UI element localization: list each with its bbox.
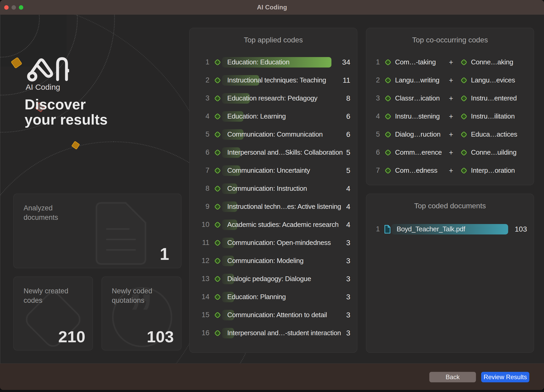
rank-label: 3	[199, 94, 209, 102]
code-diamond-icon	[213, 76, 222, 85]
close-window-button[interactable]	[4, 5, 9, 10]
newly-coded-quotations-card: ” Newly coded quotations 103	[102, 277, 181, 350]
code-diamond-icon	[213, 329, 222, 338]
code-count: 3	[336, 275, 350, 283]
applied-code-row: 15 Communication: Attention to detail 3	[190, 306, 357, 324]
rank-label: 5	[199, 130, 209, 138]
panel-title: Top coded documents	[366, 194, 534, 211]
code-bar-track: Communication: Communication	[225, 125, 331, 143]
code-diamond-icon	[384, 148, 392, 157]
rank-label: 2	[199, 76, 209, 84]
review-results-button[interactable]: Review Results	[481, 372, 529, 382]
code-bar-track: Communication: Attention to detail	[225, 306, 331, 324]
applied-code-row: 3 Education research: Pedagogy 8	[190, 89, 357, 107]
title-bar: AI Coding	[0, 0, 544, 15]
cooccurring-code-row: 4 Instru…stening + Instru…ilitation	[366, 107, 534, 125]
top-cooccurring-codes-panel: Top co-occurring codes 1 Com…-taking + C…	[366, 28, 534, 185]
code-count: 6	[336, 112, 350, 121]
dotted-arc-decoration	[0, 15, 40, 58]
rank-label: 14	[199, 293, 209, 301]
code-label: Communication: Instruction	[225, 184, 307, 193]
ai-coding-logo	[25, 54, 69, 82]
rank-label: 1	[373, 225, 380, 233]
code-diamond-icon	[459, 58, 468, 67]
top-applied-codes-panel: Top applied codes 1 Education: Education…	[189, 28, 357, 353]
cooccurring-code-left-label: Instru…stening	[395, 112, 446, 120]
ai-coding-window: AI Coding AI Coding Discover your result…	[0, 0, 544, 390]
cooccurring-code-left-label: Com…-taking	[395, 58, 446, 66]
code-label: Education: Learning	[225, 112, 286, 120]
code-diamond-icon	[384, 58, 392, 67]
code-label: Communication: Uncertainty	[225, 166, 310, 175]
code-bar-track: Instructional techn…es: Active listening	[225, 198, 331, 216]
code-diamond-icon	[384, 166, 392, 175]
code-diamond-icon	[213, 202, 222, 211]
code-bar-track: Education: Planning	[225, 288, 331, 306]
code-diamond-icon	[459, 112, 468, 121]
code-count: 3	[336, 239, 350, 247]
rank-label: 9	[199, 203, 209, 211]
applied-code-row: 1 Education: Education 34	[190, 53, 357, 71]
cooccurring-code-right-label: Educa…actices	[471, 130, 526, 138]
code-bar-track: Dialogic pedagogy: Dialogue	[225, 270, 331, 288]
top-coded-documents-panel: Top coded documents 1 Boyd_Teacher_Talk.…	[366, 194, 534, 353]
code-label: Interpersonal and…Skills: Collaboration	[225, 148, 343, 156]
code-diamond-icon	[384, 94, 392, 103]
rank-label: 7	[199, 166, 209, 175]
cooccurring-code-row: 2 Langu…writing + Langu…evices	[366, 71, 534, 89]
rank-label: 6	[199, 148, 209, 156]
cooccurring-code-left-label: Comm…erence	[395, 148, 446, 156]
cooccurring-code-row: 7 Com…edness + Interp…oration	[366, 161, 534, 180]
code-bar-track: Communication: Uncertainty	[225, 161, 331, 180]
code-diamond-icon	[213, 293, 222, 301]
rank-label: 10	[199, 221, 209, 229]
document-bar-track: Boyd_Teacher_Talk.pdf	[394, 220, 508, 238]
code-bar-track: Instructional techniques: Teaching	[225, 71, 331, 89]
cooccurring-code-left-label: Classr…ication	[395, 94, 446, 102]
cooccurring-code-right-label: Instru…entered	[471, 94, 526, 102]
applied-code-row: 13 Dialogic pedagogy: Dialogue 3	[190, 270, 357, 288]
code-diamond-icon	[384, 76, 392, 85]
orange-diamond-decoration	[11, 57, 23, 69]
plus-separator: +	[446, 76, 456, 85]
code-count: 3	[336, 311, 350, 319]
rank-label: 5	[373, 130, 380, 138]
code-bar-track: Interpersonal and…Skills: Collaboration	[225, 143, 331, 161]
code-diamond-icon	[384, 130, 392, 139]
rank-label: 6	[373, 148, 380, 156]
applied-code-row: 6 Interpersonal and…Skills: Collaboratio…	[190, 143, 357, 161]
minimize-window-button[interactable]	[12, 5, 16, 10]
headline: Discover your results	[25, 97, 108, 127]
analyzed-documents-card: Analyzed documents 1	[13, 194, 181, 268]
code-bar-track: Academic studies: Academic research	[225, 216, 331, 234]
rank-label: 13	[199, 275, 209, 283]
plus-separator: +	[446, 58, 456, 66]
back-button[interactable]: Back	[429, 372, 476, 382]
code-diamond-icon	[213, 184, 222, 193]
code-diamond-icon	[213, 130, 222, 139]
main-content: AI Coding Discover your results Analyzed…	[0, 15, 544, 364]
rank-label: 3	[373, 94, 380, 102]
headline-line-2: your results	[25, 112, 108, 127]
code-diamond-icon	[213, 112, 222, 121]
code-label: Communication: Attention to detail	[225, 311, 327, 319]
applied-code-row: 5 Communication: Communication 6	[190, 125, 357, 143]
plus-separator: +	[446, 94, 456, 103]
plus-separator: +	[446, 166, 456, 175]
stat-label: Newly created codes	[24, 286, 73, 305]
code-count: 34	[336, 58, 350, 66]
applied-code-row: 11 Communication: Open-mindedness 3	[190, 234, 357, 252]
code-bar-track: Education: Education	[225, 53, 331, 71]
applied-code-row: 10 Academic studies: Academic research 4	[190, 216, 357, 234]
code-count: 5	[336, 166, 350, 175]
top-applied-codes-list: 1 Education: Education 34 2 Instructiona…	[190, 53, 357, 342]
code-diamond-icon	[213, 256, 222, 265]
stat-value: 210	[58, 327, 85, 346]
code-count: 6	[336, 130, 350, 139]
document-icon	[384, 225, 391, 234]
app-name-label: AI Coding	[26, 83, 60, 92]
zoom-window-button[interactable]	[19, 5, 23, 10]
stat-value: 1	[160, 244, 169, 264]
rank-label: 1	[373, 58, 380, 66]
code-label: Instructional techniques: Teaching	[225, 76, 326, 84]
